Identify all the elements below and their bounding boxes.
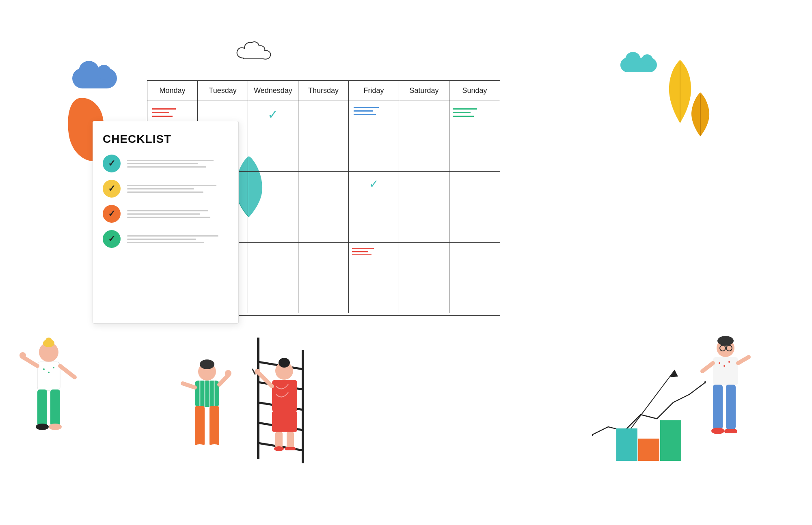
svg-point-17: [19, 352, 26, 359]
svg-rect-62: [713, 385, 723, 429]
check-lines-4: [127, 235, 229, 243]
friday-header: Friday: [349, 81, 399, 101]
svg-point-37: [194, 444, 206, 450]
check-lines-3: [127, 210, 229, 218]
outline-cloud-decoration: [235, 39, 276, 65]
cal-cell-sun-3: [449, 243, 500, 313]
cal-cell-wed-1: ✓: [248, 101, 298, 172]
cal-cell-sun-1: [449, 101, 500, 172]
svg-line-32: [183, 383, 195, 387]
check-circle-4: ✓: [103, 230, 121, 248]
svg-point-38: [208, 444, 220, 450]
cal-cell-wed-2: [248, 172, 298, 242]
svg-rect-35: [195, 406, 205, 446]
svg-rect-36: [209, 406, 219, 446]
svg-point-64: [711, 428, 724, 434]
svg-point-26: [200, 359, 214, 369]
svg-line-61: [738, 357, 749, 363]
cal-cell-wed-3: [248, 243, 298, 313]
monday-header: Monday: [147, 81, 198, 101]
blue-cloud-decoration: [72, 68, 117, 90]
bar-1: [616, 428, 637, 461]
svg-point-13: [45, 338, 52, 344]
bar-3: [660, 420, 681, 461]
svg-line-33: [219, 375, 228, 385]
yellow-leaf-small-decoration: [689, 93, 711, 139]
cal-cell-thu-2: [298, 172, 349, 242]
person-left: [19, 337, 84, 468]
svg-rect-18: [37, 389, 47, 426]
svg-rect-56: [713, 357, 738, 385]
checklist-items: ✓ ✓ ✓ ✓: [103, 155, 229, 248]
checklist-card: CHECKLIST ✓ ✓ ✓: [93, 121, 239, 324]
svg-point-58: [723, 365, 725, 367]
bar-chart: [616, 408, 706, 461]
checklist-item-1: ✓: [103, 155, 229, 172]
cal-cell-thu-1: [298, 101, 349, 172]
calendar-header: Monday Tuesday Wednesday Thursday Friday…: [147, 81, 500, 101]
svg-point-52: [717, 336, 734, 346]
svg-rect-19: [50, 389, 60, 426]
saturday-header: Saturday: [399, 81, 449, 101]
svg-line-43: [259, 373, 272, 386]
svg-point-34: [225, 370, 231, 377]
svg-point-21: [49, 424, 62, 430]
svg-rect-27: [195, 381, 219, 407]
person-right: [695, 333, 756, 460]
tuesday-header: Tuesday: [198, 81, 248, 101]
cal-cell-sat-2: [399, 172, 449, 242]
teal-cloud-decoration: [620, 58, 657, 74]
person-on-ladder: [252, 354, 304, 465]
svg-point-59: [728, 361, 730, 363]
cal-cell-fri-2: ✓: [349, 172, 399, 242]
check-circle-2: ✓: [103, 180, 121, 198]
svg-rect-47: [275, 432, 283, 448]
svg-rect-63: [726, 385, 736, 429]
svg-rect-48: [287, 432, 294, 448]
checklist-item-2: ✓: [103, 180, 229, 198]
checklist-item-4: ✓: [103, 230, 229, 248]
svg-rect-46: [272, 411, 297, 432]
svg-point-41: [281, 358, 287, 364]
svg-rect-65: [724, 429, 737, 433]
check-lines-1: [127, 160, 229, 168]
person-center-left: [179, 357, 235, 472]
svg-rect-50: [285, 447, 296, 450]
svg-line-60: [702, 363, 713, 371]
bar-2: [638, 439, 659, 461]
svg-point-20: [36, 424, 49, 430]
thursday-header: Thursday: [298, 81, 349, 101]
svg-point-24: [53, 367, 54, 368]
sunday-header: Sunday: [449, 81, 500, 101]
friday-checkmark: ✓: [369, 177, 378, 191]
check-circle-3: ✓: [103, 205, 121, 223]
check-circle-1: ✓: [103, 155, 121, 172]
checklist-title: CHECKLIST: [103, 133, 229, 146]
svg-point-57: [719, 362, 720, 364]
svg-line-16: [60, 366, 75, 377]
cal-cell-fri-3: [349, 243, 399, 313]
cal-cell-sat-3: [399, 243, 449, 313]
svg-point-49: [274, 446, 284, 451]
check-lines-2: [127, 185, 229, 193]
cal-cell-sun-2: [449, 172, 500, 242]
svg-point-23: [48, 372, 50, 373]
cal-cell-thu-3: [298, 243, 349, 313]
cal-cell-fri-1: [349, 101, 399, 172]
svg-rect-14: [37, 362, 60, 390]
wednesday-checkmark: ✓: [268, 107, 279, 122]
checklist-item-3: ✓: [103, 205, 229, 223]
svg-line-15: [23, 357, 37, 366]
cal-cell-sat-1: [399, 101, 449, 172]
wednesday-header: Wednesday: [248, 81, 298, 101]
svg-point-22: [43, 368, 45, 370]
